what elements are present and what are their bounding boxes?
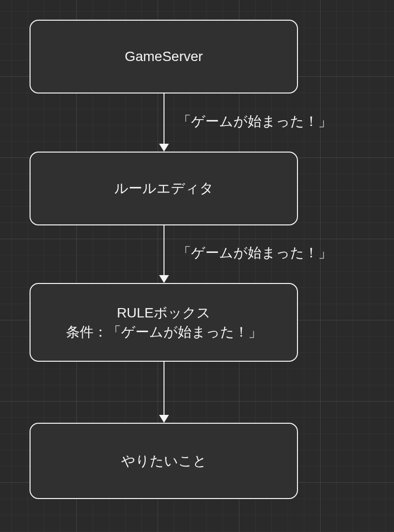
node-gameserver: GameServer [30,20,298,94]
arrow-line [164,94,164,144]
arrow-line [164,362,164,415]
node-sublabel: 条件：「ゲームが始まった！」 [66,322,262,342]
node-label: ルールエディタ [114,179,214,198]
arrow-down-icon [159,362,169,423]
arrow-down-icon [159,225,169,283]
arrow-head [159,275,169,283]
node-label: やりたいこと [121,451,207,470]
node-todo: やりたいこと [30,423,298,499]
edge-label: 「ゲームが始まった！」 [177,244,332,262]
arrow-head [159,415,169,423]
node-label: RULEボックス [117,303,211,322]
node-rule-editor: ルールエディタ [30,152,298,225]
arrow-down-icon [159,94,169,152]
flowchart-diagram: GameServer 「ゲームが始まった！」 ルールエディタ 「ゲームが始まった… [0,0,394,532]
edge-label: 「ゲームが始まった！」 [177,112,332,131]
arrow-line [164,225,164,275]
node-rule-box: RULEボックス 条件：「ゲームが始まった！」 [30,283,298,362]
arrow-head [159,144,169,152]
node-label: GameServer [125,47,203,66]
